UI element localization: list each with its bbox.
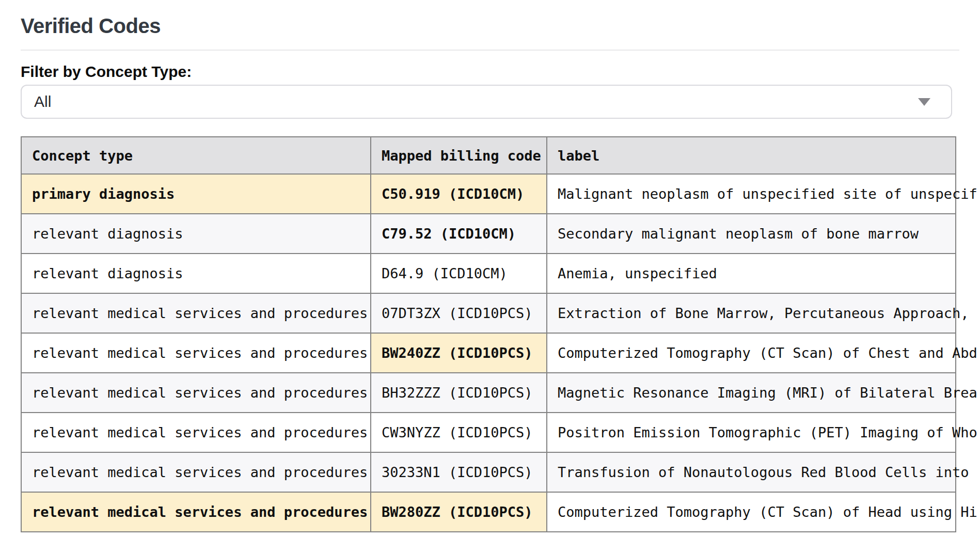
verified-codes-table: Concept type Mapped billing code label p…: [21, 136, 956, 532]
label-cell: Positron Emission Tomographic (PET) Imag…: [547, 413, 956, 452]
billing-code-cell: BW280ZZ (ICD10PCS): [371, 492, 547, 532]
concept-type-cell: relevant diagnosis: [21, 254, 371, 293]
label-cell: Magnetic Resonance Imaging (MRI) of Bila…: [547, 373, 956, 413]
concept-type-cell: relevant medical services and procedures: [21, 452, 371, 492]
column-header-concept-type: Concept type: [21, 137, 371, 174]
label-cell: Anemia, unspecified: [547, 254, 956, 293]
concept-type-cell: relevant medical services and procedures: [21, 333, 371, 373]
concept-type-selected-value: All: [34, 93, 51, 110]
table-row: relevant medical services and procedures…: [21, 333, 956, 373]
concept-type-select[interactable]: All: [21, 85, 952, 119]
divider: [21, 50, 959, 51]
concept-type-cell: relevant medical services and procedures: [21, 413, 371, 452]
table-row: relevant medical services and procedures…: [21, 452, 956, 492]
table-row: relevant diagnosis C79.52 (ICD10CM) Seco…: [21, 214, 956, 254]
table-header-row: Concept type Mapped billing code label: [21, 137, 956, 174]
billing-code-cell: BH32ZZZ (ICD10PCS): [371, 373, 547, 413]
billing-code-cell: C79.52 (ICD10CM): [371, 214, 547, 254]
table-row: relevant medical services and procedures…: [21, 492, 956, 532]
page-title: Verified Codes: [21, 13, 959, 38]
label-cell: Computerized Tomography (CT Scan) of Hea…: [547, 492, 956, 532]
column-header-label: label: [547, 137, 956, 174]
billing-code-cell: C50.919 (ICD10CM): [371, 174, 547, 214]
table-row: relevant medical services and procedures…: [21, 413, 956, 452]
table-row: relevant medical services and procedures…: [21, 373, 956, 413]
billing-code-cell: 07DT3ZX (ICD10PCS): [371, 293, 547, 333]
label-cell: Secondary malignant neoplasm of bone mar…: [547, 214, 956, 254]
label-cell: Malignant neoplasm of unspecified site o…: [547, 174, 956, 214]
table-row: primary diagnosis C50.919 (ICD10CM) Mali…: [21, 174, 956, 214]
table-row: relevant diagnosis D64.9 (ICD10CM) Anemi…: [21, 254, 956, 293]
table-row: relevant medical services and procedures…: [21, 293, 956, 333]
billing-code-cell: D64.9 (ICD10CM): [371, 254, 547, 293]
billing-code-cell: BW240ZZ (ICD10PCS): [371, 333, 547, 373]
billing-code-cell: 30233N1 (ICD10PCS): [371, 452, 547, 492]
label-cell: Computerized Tomography (CT Scan) of Che…: [547, 333, 956, 373]
filter-by-concept-type-label: Filter by Concept Type:: [21, 63, 959, 81]
page: Verified Codes Filter by Concept Type: A…: [0, 13, 980, 532]
concept-type-cell: relevant medical services and procedures: [21, 373, 371, 413]
label-cell: Transfusion of Nonautologous Red Blood C…: [547, 452, 956, 492]
concept-type-cell: primary diagnosis: [21, 174, 371, 214]
label-cell: Extraction of Bone Marrow, Percutaneous …: [547, 293, 956, 333]
concept-type-cell: relevant medical services and procedures: [21, 293, 371, 333]
chevron-down-icon: [918, 98, 930, 106]
billing-code-cell: CW3NYZZ (ICD10PCS): [371, 413, 547, 452]
concept-type-cell: relevant medical services and procedures: [21, 492, 371, 532]
column-header-mapped-billing-code: Mapped billing code: [371, 137, 547, 174]
concept-type-cell: relevant diagnosis: [21, 214, 371, 254]
